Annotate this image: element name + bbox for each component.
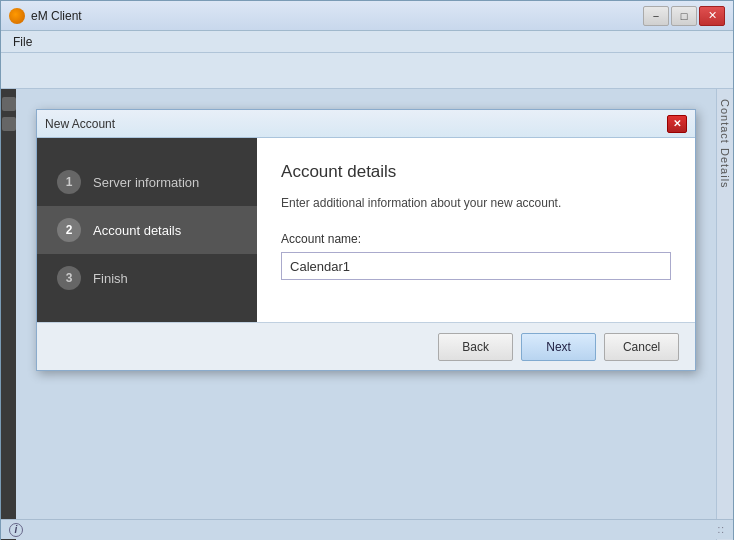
step-2-number: 2 [57, 218, 81, 242]
title-bar-left: eM Client [9, 8, 82, 24]
step-1-label: Server information [93, 175, 199, 190]
status-bar: i :: [1, 519, 733, 539]
back-button[interactable]: Back [438, 333, 513, 361]
step-3-number: 3 [57, 266, 81, 290]
info-icon: i [9, 523, 23, 537]
menu-bar: File [1, 31, 733, 53]
title-bar: eM Client − □ ✕ [1, 1, 733, 31]
step-1-server-information[interactable]: 1 Server information [37, 158, 257, 206]
toolbar [1, 53, 733, 89]
window-close-button[interactable]: ✕ [699, 6, 725, 26]
sidebar-icon-1 [2, 97, 16, 111]
next-button[interactable]: Next [521, 333, 596, 361]
dialog-footer: Back Next Cancel [37, 322, 695, 370]
account-name-input[interactable] [281, 252, 671, 280]
right-panel-label-contact: Contact Details [719, 99, 731, 189]
step-1-number: 1 [57, 170, 81, 194]
content-panel: Account details Enter additional informa… [257, 138, 695, 322]
dialog-title: New Account [45, 117, 115, 131]
minimize-button[interactable]: − [643, 6, 669, 26]
main-area: New Account ✕ 1 Server information 2 Acc… [1, 89, 733, 540]
cancel-button[interactable]: Cancel [604, 333, 679, 361]
app-sidebar [1, 89, 16, 540]
center-area: New Account ✕ 1 Server information 2 Acc… [16, 89, 716, 540]
dialog-title-bar: New Account ✕ [37, 110, 695, 138]
title-bar-controls: − □ ✕ [643, 6, 725, 26]
maximize-button[interactable]: □ [671, 6, 697, 26]
dialog-close-button[interactable]: ✕ [667, 115, 687, 133]
steps-panel: 1 Server information 2 Account details 3… [37, 138, 257, 322]
window-chrome: eM Client − □ ✕ File New Account ✕ [0, 0, 734, 540]
dialog-body: 1 Server information 2 Account details 3… [37, 138, 695, 322]
step-3-label: Finish [93, 271, 128, 286]
app-right-panel: Contact Details [716, 89, 733, 540]
app-icon [9, 8, 25, 24]
content-description: Enter additional information about your … [281, 194, 671, 212]
status-dots: :: [717, 524, 725, 535]
step-2-account-details[interactable]: 2 Account details [37, 206, 257, 254]
menu-file[interactable]: File [5, 33, 40, 51]
sidebar-icon-2 [2, 117, 16, 131]
window-title: eM Client [31, 9, 82, 23]
account-name-label: Account name: [281, 232, 671, 246]
dialog: New Account ✕ 1 Server information 2 Acc… [36, 109, 696, 371]
content-title: Account details [281, 162, 671, 182]
step-2-label: Account details [93, 223, 181, 238]
step-3-finish[interactable]: 3 Finish [37, 254, 257, 302]
